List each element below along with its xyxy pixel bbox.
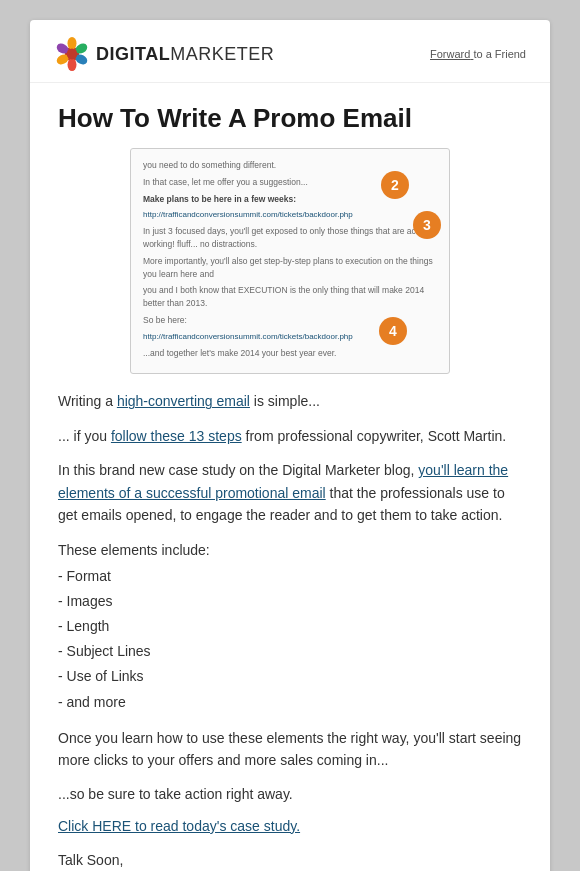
forward-anchor[interactable]: Forward: [430, 48, 473, 60]
email-screenshot-mockup: you need to do something different. In t…: [130, 148, 450, 374]
email-header: DIGITALMARKETER Forward to a Friend: [30, 20, 550, 83]
forward-link[interactable]: Forward to a Friend: [430, 48, 526, 60]
paragraph-4: Once you learn how to use these elements…: [58, 727, 522, 772]
paragraph-1: Writing a high-converting email is simpl…: [58, 390, 522, 412]
screenshot-line-4: In just 3 focused days, you'll get expos…: [143, 225, 437, 251]
list-item: - Length: [58, 614, 522, 639]
page-title: How To Write A Promo Email: [58, 103, 522, 134]
list-item: - Subject Lines: [58, 639, 522, 664]
screenshot-line-5b: you and I both know that EXECUTION is th…: [143, 284, 437, 310]
list-item: - Format: [58, 564, 522, 589]
logo-icon: [54, 36, 90, 72]
elements-section: These elements include: - Format- Images…: [58, 538, 522, 714]
logo-area: DIGITALMARKETER: [54, 36, 274, 72]
svg-point-4: [68, 59, 77, 72]
paragraph-3: In this brand new case study on the Digi…: [58, 459, 522, 526]
elements-list: - Format- Images- Length- Subject Lines-…: [58, 564, 522, 715]
badge-3: 3: [413, 211, 441, 239]
list-item: - Use of Links: [58, 664, 522, 689]
list-item: - Images: [58, 589, 522, 614]
signoff-line-1: Talk Soon,: [58, 848, 522, 871]
svg-point-7: [67, 49, 78, 60]
cta-link[interactable]: Click HERE to read today's case study.: [58, 818, 522, 834]
screenshot-line-1: you need to do something different.: [143, 159, 437, 172]
list-item: - and more: [58, 690, 522, 715]
svg-point-1: [68, 37, 77, 50]
paragraph-2: ... if you follow these 13 steps from pr…: [58, 425, 522, 447]
elements-intro: These elements include:: [58, 538, 522, 563]
badge-2: 2: [381, 171, 409, 199]
paragraph-5: ...so be sure to take action right away.: [58, 783, 522, 805]
screenshot-line-5a: More importantly, you'll also get step-b…: [143, 255, 437, 281]
screenshot-line-7: ...and together let's make 2014 your bes…: [143, 347, 437, 360]
sign-off: Talk Soon, Ryan Deiss: [58, 848, 522, 871]
high-converting-link[interactable]: high-converting email: [117, 393, 250, 409]
screenshot-link-1: http://trafficandconversionsummit.com/ti…: [143, 209, 437, 221]
email-container: DIGITALMARKETER Forward to a Friend How …: [30, 20, 550, 871]
email-content: How To Write A Promo Email you need to d…: [30, 83, 550, 871]
logo-text: DIGITALMARKETER: [96, 44, 274, 65]
13-steps-link[interactable]: follow these 13 steps: [111, 428, 242, 444]
